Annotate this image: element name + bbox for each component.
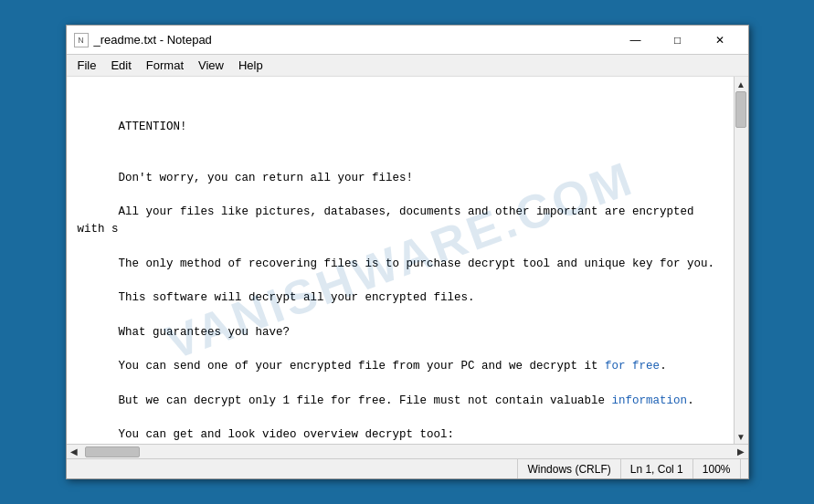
text-line-7b: . bbox=[687, 394, 694, 407]
title-bar-left: N _readme.txt - Notepad bbox=[74, 33, 212, 47]
menu-format[interactable]: Format bbox=[139, 57, 191, 74]
minimize-button[interactable]: — bbox=[615, 26, 657, 55]
text-line-5: What guarantees you have? bbox=[119, 326, 291, 339]
scroll-thumb-v[interactable] bbox=[735, 91, 746, 128]
scroll-left-arrow[interactable]: ◀ bbox=[67, 445, 81, 459]
text-line-8: You can get and look video overview decr… bbox=[119, 428, 455, 441]
menu-edit[interactable]: Edit bbox=[103, 57, 138, 74]
menu-help[interactable]: Help bbox=[231, 57, 270, 74]
text-line-6: You can send one of your encrypted file … bbox=[119, 360, 606, 373]
menu-view[interactable]: View bbox=[191, 57, 231, 74]
scroll-right-arrow[interactable]: ▶ bbox=[734, 445, 748, 459]
window-controls: — □ ✕ bbox=[615, 26, 741, 55]
window-title: _readme.txt - Notepad bbox=[94, 33, 212, 47]
menu-bar: File Edit Format View Help bbox=[67, 55, 748, 77]
menu-file[interactable]: File bbox=[70, 57, 104, 74]
text-highlight-info: information bbox=[612, 394, 688, 407]
status-encoding: Windows (CRLF) bbox=[518, 459, 620, 478]
text-line-7: But we can decrypt only 1 file for free.… bbox=[119, 394, 612, 407]
status-bar: Windows (CRLF) Ln 1, Col 1 100% bbox=[67, 458, 748, 478]
horizontal-scrollbar[interactable]: ◀ ▶ bbox=[67, 444, 748, 458]
notepad-window: N _readme.txt - Notepad — □ ✕ File Edit … bbox=[66, 25, 749, 479]
text-line-3: The only method of recovering files is t… bbox=[119, 257, 715, 270]
status-empty bbox=[74, 459, 519, 478]
status-zoom: 100% bbox=[693, 459, 741, 478]
scroll-track-h[interactable] bbox=[81, 445, 734, 458]
close-button[interactable]: ✕ bbox=[699, 26, 741, 55]
text-highlight-free: for free bbox=[605, 360, 660, 373]
text-line-attention: ATTENTION! bbox=[119, 121, 187, 133]
scroll-thumb-h[interactable] bbox=[85, 446, 140, 457]
text-editor[interactable]: VANISHWARE.COM ATTENTION! Don't worry, y… bbox=[67, 77, 734, 444]
app-icon: N bbox=[74, 33, 89, 47]
status-position: Ln 1, Col 1 bbox=[621, 459, 693, 478]
content-area: VANISHWARE.COM ATTENTION! Don't worry, y… bbox=[67, 77, 748, 444]
text-line-2: All your files like pictures, databases,… bbox=[78, 205, 702, 236]
text-line-6b: . bbox=[660, 360, 667, 373]
maximize-button[interactable]: □ bbox=[657, 26, 699, 55]
scroll-track-v[interactable] bbox=[735, 91, 748, 429]
title-bar: N _readme.txt - Notepad — □ ✕ bbox=[67, 26, 748, 55]
text-line-1: Don't worry, you can return all your fil… bbox=[119, 172, 414, 184]
vertical-scrollbar[interactable]: ▲ ▼ bbox=[734, 77, 748, 444]
scroll-down-arrow[interactable]: ▼ bbox=[734, 429, 748, 444]
scroll-up-arrow[interactable]: ▲ bbox=[734, 77, 748, 91]
text-line-4: This software will decrypt all your encr… bbox=[119, 291, 475, 304]
